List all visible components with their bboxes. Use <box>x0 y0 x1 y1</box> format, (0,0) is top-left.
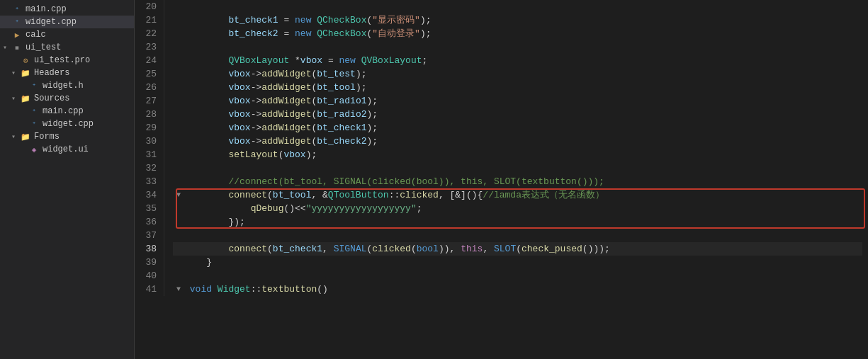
fold-arrow-40 <box>173 269 184 283</box>
cpp-file-icon: ⁺ <box>28 120 40 129</box>
sidebar-label: widget.cpp <box>26 17 77 27</box>
fold-arrow-32 <box>173 161 184 175</box>
ln-22: 22 <box>137 27 157 40</box>
sidebar-item-forms[interactable]: ▾ 📁 Forms <box>0 130 134 143</box>
file-tree[interactable]: ⁺ main.cpp ⁺ widget.cpp ▶ calc ▾ ◼ ui_te… <box>0 0 135 359</box>
code-line-25: vbox->addWidget(bt_test); <box>173 67 862 81</box>
sidebar-label: calc <box>26 30 46 40</box>
ln-32: 32 <box>137 161 157 175</box>
sidebar-item-widget-cpp-top[interactable]: ⁺ widget.cpp <box>0 16 134 28</box>
fold-arrow-39 <box>173 256 184 269</box>
sidebar-item-widget-cpp[interactable]: ⁺ widget.cpp <box>0 118 134 130</box>
chevron-down-icon: ▾ <box>11 94 20 103</box>
ln-40: 40 <box>137 269 157 283</box>
sidebar-item-ui-test-pro[interactable]: ⚙ ui_test.pro <box>0 54 134 67</box>
code-line-38: connect(bt_check1, SIGNAL(clicked(bool))… <box>173 242 862 256</box>
cpp-file-icon: ⁺ <box>11 5 23 14</box>
code-line-22: bt_check2 = new QCheckBox("自动登录"); <box>173 27 862 40</box>
code-line-32 <box>173 161 862 175</box>
sidebar-item-calc[interactable]: ▶ calc <box>0 28 134 41</box>
fold-arrow-37 <box>173 229 184 242</box>
sidebar-item-ui-test[interactable]: ▾ ◼ ui_test <box>0 41 134 54</box>
fold-arrow-28 <box>173 108 184 121</box>
code-editor[interactable]: 20 21 22 23 24 25 26 27 28 29 30 31 32 3… <box>135 0 868 359</box>
folder-icon: 📁 <box>20 94 31 103</box>
sidebar-item-sources[interactable]: ▾ 📁 Sources <box>0 92 134 105</box>
fold-arrow-31 <box>173 148 184 161</box>
code-line-33: //connect(bt_tool, SIGNAL(clicked(bool))… <box>173 175 862 188</box>
sidebar-item-widget-h[interactable]: ⁺ widget.h <box>0 79 134 92</box>
h-file-icon: ⁺ <box>28 81 40 91</box>
ln-27: 27 <box>137 94 157 108</box>
cpp-file-icon: ⁺ <box>11 18 23 27</box>
ln-38: 38 <box>137 242 157 256</box>
code-line-26: vbox->addWidget(bt_tool); <box>173 81 862 94</box>
ln-34: 34 <box>137 188 157 202</box>
ln-23: 23 <box>137 40 157 54</box>
sidebar-item-widget-ui[interactable]: ◈ widget.ui <box>0 143 134 156</box>
code-line-41: ▼ void Widget::textbutton() <box>173 283 862 296</box>
ln-31: 31 <box>137 148 157 161</box>
cpp-file-icon: ⁺ <box>28 107 40 116</box>
line-numbers: 20 21 22 23 24 25 26 27 28 29 30 31 32 3… <box>135 0 164 296</box>
ln-24: 24 <box>137 54 157 67</box>
ln-29: 29 <box>137 121 157 135</box>
fold-arrow-33 <box>173 175 184 188</box>
sidebar-label: ui_test.pro <box>34 55 90 65</box>
code-line-31: setLayout(vbox); <box>173 148 862 161</box>
ln-25: 25 <box>137 67 157 81</box>
ln-33: 33 <box>137 175 157 188</box>
fold-arrow-35 <box>173 202 184 215</box>
code-line-40 <box>173 269 862 283</box>
code-line-34: ▼ connect(bt_tool, &QToolButton::clicked… <box>173 188 862 202</box>
fold-arrow-21 <box>173 13 184 27</box>
fold-arrow-24 <box>173 54 184 67</box>
fold-arrow-30 <box>173 135 184 148</box>
code-line-21: bt_check1 = new QCheckBox("显示密码"); <box>173 13 862 27</box>
ln-20: 20 <box>137 0 157 13</box>
code-area: 20 21 22 23 24 25 26 27 28 29 30 31 32 3… <box>135 0 868 296</box>
sidebar-label: Sources <box>34 93 69 103</box>
code-line-39: } <box>173 256 862 269</box>
fold-arrow-20 <box>173 0 184 13</box>
fold-arrow-36 <box>173 215 184 229</box>
code-line-30: vbox->addWidget(bt_check2); <box>173 135 862 148</box>
sidebar-label: main.cpp <box>43 106 84 116</box>
sidebar-label: Headers <box>34 68 69 78</box>
ln-35: 35 <box>137 202 157 215</box>
code-line-37 <box>173 229 862 242</box>
fold-arrow-22 <box>173 27 184 40</box>
pro-file-icon: ⚙ <box>20 56 31 65</box>
code-line-36: }); <box>173 215 862 229</box>
ui-file-icon: ◈ <box>28 145 40 154</box>
sidebar-item-main-cpp-top[interactable]: ⁺ main.cpp <box>0 3 134 16</box>
project-icon: ◼ <box>11 44 23 52</box>
code-line-20 <box>173 0 862 13</box>
fold-arrow-34[interactable]: ▼ <box>173 188 184 202</box>
ln-41: 41 <box>137 283 157 296</box>
ln-39: 39 <box>137 256 157 269</box>
ln-26: 26 <box>137 81 157 94</box>
fold-arrow-41[interactable]: ▼ <box>173 283 184 296</box>
code-line-29: vbox->addWidget(bt_check1); <box>173 121 862 135</box>
sidebar-label: main.cpp <box>26 4 67 14</box>
folder-icon: ▶ <box>11 30 23 40</box>
fold-arrow-38 <box>173 242 184 256</box>
folder-icon: 📁 <box>20 132 31 142</box>
sidebar-item-main-cpp[interactable]: ⁺ main.cpp <box>0 105 134 118</box>
fold-arrow-27 <box>173 94 184 108</box>
code-line-27: vbox->addWidget(bt_radio1); <box>173 94 862 108</box>
ln-28: 28 <box>137 108 157 121</box>
fold-arrow-25 <box>173 67 184 81</box>
code-line-24: QVBoxLayout *vbox = new QVBoxLayout; <box>173 54 862 67</box>
sidebar-label: widget.cpp <box>43 119 94 129</box>
folder-icon: 📁 <box>20 69 31 78</box>
chevron-down-icon: ▾ <box>3 43 11 52</box>
ln-30: 30 <box>137 135 157 148</box>
fold-arrow-23 <box>173 40 184 54</box>
code-lines: bt_check1 = new QCheckBox("显示密码"); bt_ch… <box>164 0 868 296</box>
code-line-35: qDebug()<<"yyyyyyyyyyyyyyyyyy"; <box>173 202 862 215</box>
sidebar-label: Forms <box>34 132 60 142</box>
fold-arrow-29 <box>173 121 184 135</box>
sidebar-item-headers[interactable]: ▾ 📁 Headers <box>0 67 134 79</box>
